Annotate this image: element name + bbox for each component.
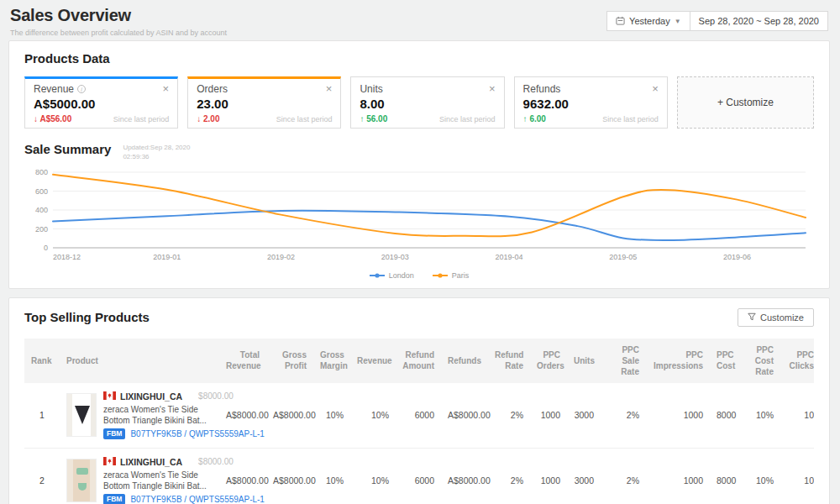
cell-refund-amount: 6000 [396,448,441,504]
metric-card-orders: Orders × 23.00 ↓ 2.00 Since last period [187,76,341,129]
canada-flag-icon [103,391,116,402]
period-label: Yesterday [629,16,670,26]
products-data-heading: Products Data [24,51,814,66]
metric-note: Since last period [602,115,659,123]
product-cell: LIXINGHUI_CA $8000.00 zeraca Women's Tie… [60,448,219,504]
col-ppc-sale-rate: PPC Sale Rate [601,339,646,383]
top-selling-panel: Top Selling Products Customize Rank Prod… [8,297,830,504]
cell-gross-profit: A$8000.00 [266,448,313,504]
svg-text:2019-05: 2019-05 [609,253,637,261]
col-ppc-impressions: PPC Impressions [646,339,710,383]
col-total-revenue: Total Revenue [219,339,266,383]
fbm-badge: FBM [103,428,125,439]
svg-text:800: 800 [35,168,48,176]
cell-ppc-clicks: 10 [780,448,814,504]
top-selling-heading: Top Selling Products [24,310,150,324]
table-customize-button[interactable]: Customize [738,308,814,327]
col-ppc-cost-rate: PPC Cost Rate [737,339,780,383]
col-product: Product [60,339,219,383]
product-cell: LIXINGHUI_CA $8000.00 zeraca Women's Tie… [60,383,219,449]
rank-value: 1 [24,383,60,449]
customize-card-label: + Customize [717,97,774,108]
chevron-down-icon: ▼ [675,18,681,25]
metric-value: A$5000.00 [34,97,169,111]
col-refund-rate: Refund Rate [488,339,530,383]
col-ppc-cost: PPC Cost [710,339,737,383]
product-image [66,393,97,437]
svg-text:2019-01: 2019-01 [153,253,181,261]
metric-card-units: Units × 8.00 ↑ 56.00 Since last period [350,76,504,129]
metric-label: Refunds [523,83,561,95]
close-icon[interactable]: × [652,84,659,94]
table-customize-label: Customize [760,312,804,323]
metric-value: 9632.00 [523,97,659,111]
svg-text:2019-02: 2019-02 [267,253,295,261]
legend-marker-icon [370,272,385,279]
metric-delta: ↓ 2.00 [197,114,219,123]
metric-card-revenue: Revenuei × A$5000.00 ↓ A$56.00 Since las… [24,76,178,129]
cell-ppc-cost-rate: 10% [737,448,780,504]
legend-item-paris[interactable]: Paris [433,271,470,280]
metric-delta: ↑ 56.00 [360,114,387,123]
cell-refund-rate: 2% [488,383,530,449]
metric-value: 23.00 [197,97,332,111]
page-subtitle: The difference between profit calculated… [10,29,227,37]
col-gross-profit: Gross Profit [266,339,313,383]
col-ppc-clicks: PPC Clicks [780,339,814,383]
date-range-label: Sep 28, 2020 ~ Sep 28, 2020 [699,16,819,26]
close-icon[interactable]: × [489,84,496,94]
products-table: Rank Product Total Revenue Gross Profit … [24,339,814,504]
fbm-badge: FBM [103,494,125,504]
product-title: zeraca Women's Tie Side Bottom Triangle … [103,470,223,491]
page-title: Sales Overview [10,6,227,25]
chart-legend: London Paris [24,271,814,280]
metric-label: Revenue [34,83,74,95]
product-title: zeraca Women's Tie Side Bottom Triangle … [103,404,223,426]
svg-text:2019-06: 2019-06 [723,253,751,261]
products-table-container: Rank Product Total Revenue Gross Profit … [24,339,814,504]
metric-note: Since last period [439,115,496,123]
add-customize-card-button[interactable]: + Customize [677,76,814,129]
sku-link[interactable]: B07TYF9K5B / QWPTS5559AP-L-1 [130,495,265,504]
svg-text:2019-04: 2019-04 [496,253,523,261]
cell-revenue: 10% [350,448,396,504]
svg-text:200: 200 [35,224,48,233]
col-ppc-orders: PPC Orders [530,339,567,383]
col-revenue: Revenue [350,339,396,383]
cell-ppc-cost: 8000 [710,448,737,504]
period-selector-button[interactable]: Yesterday ▼ [606,11,690,31]
col-units: Units [567,339,601,383]
svg-text:2018-12: 2018-12 [53,253,81,261]
col-refunds: Refunds [441,339,488,383]
sale-summary-chart: 02004006008002018-122019-012019-022019-0… [24,165,814,280]
sku-link[interactable]: B07TYF9K5B / QWPTS5559AP-L-1 [130,429,265,438]
close-icon[interactable]: × [326,84,333,94]
cell-units: 3000 [567,383,601,449]
canada-flag-icon [103,457,116,467]
info-icon[interactable]: i [77,85,86,93]
cell-ppc-cost: 8000 [710,383,737,449]
metric-delta: ↓ A$56.00 [34,114,71,123]
cell-ppc-sale-rate: 2% [601,383,646,449]
cell-ppc-sale-rate: 2% [601,448,646,504]
seller-price: $8000.00 [198,391,234,401]
table-row: 1 LIXINGHUI_CA $8000.00 [24,383,814,449]
svg-text:400: 400 [35,206,48,214]
seller-price: $8000.00 [198,457,234,466]
table-header-row: Rank Product Total Revenue Gross Profit … [24,339,814,383]
cell-refund-amount: 6000 [396,383,441,449]
cell-ppc-impressions: 1000 [646,448,710,504]
close-icon[interactable]: × [163,84,170,94]
product-image [66,459,97,502]
chart-updated-timestamp: Updated:Sep 28, 2020 02:59:36 [123,144,190,162]
metric-value: 8.00 [360,97,495,111]
cell-gross-margin: 10% [313,448,350,504]
metric-note: Since last period [276,115,333,123]
legend-item-london[interactable]: London [370,271,414,280]
date-range-button[interactable]: Sep 28, 2020 ~ Sep 28, 2020 [690,11,828,31]
metric-label: Units [360,83,382,95]
metric-delta: ↑ 6.00 [523,114,546,123]
cell-ppc-cost-rate: 10% [737,383,780,449]
col-gross-margin: Gross Margin [313,339,350,383]
seller-name: LIXINGHUI_CA [120,391,182,402]
